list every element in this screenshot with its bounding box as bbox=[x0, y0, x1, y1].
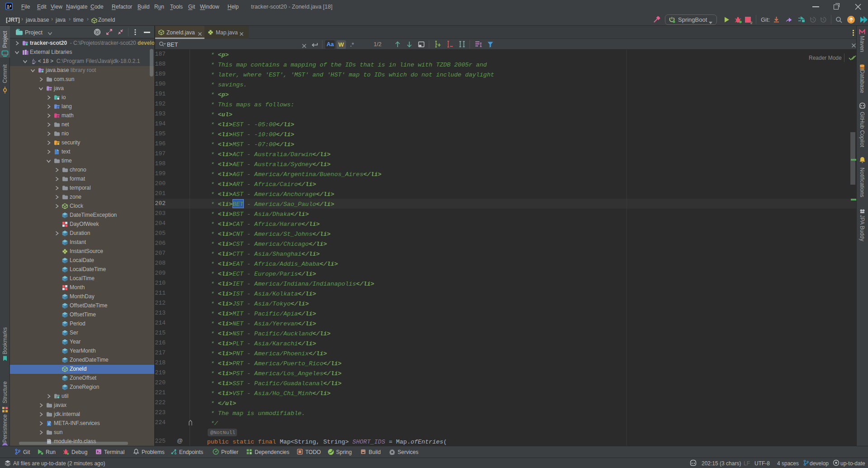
svg-text:IJ: IJ bbox=[7, 4, 11, 8]
svg-text:Σ: Σ bbox=[48, 422, 50, 425]
